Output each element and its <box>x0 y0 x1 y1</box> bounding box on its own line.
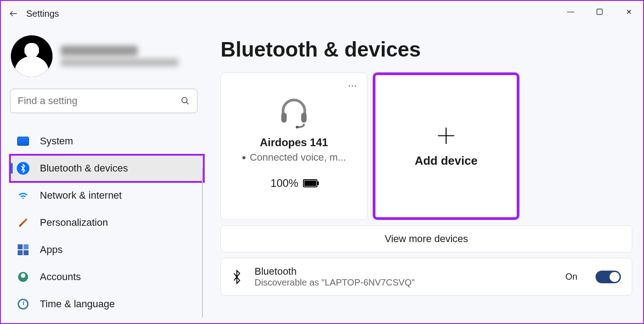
avatar-icon <box>11 35 53 77</box>
apps-icon <box>16 243 30 257</box>
app-title: Settings <box>26 9 59 19</box>
back-button[interactable] <box>1 1 26 26</box>
plus-icon <box>435 125 457 147</box>
bluetooth-symbol-icon <box>232 269 242 285</box>
bluetooth-row-title: Bluetooth <box>255 266 553 277</box>
toggle-state-label: On <box>565 272 577 282</box>
nav-label: Apps <box>40 244 62 256</box>
nav-label: Accounts <box>40 271 81 283</box>
add-device-label: Add device <box>415 154 478 168</box>
minimize-button[interactable]: — <box>556 1 585 23</box>
nav-item-timelang[interactable]: Time & language <box>10 291 204 318</box>
svg-point-1 <box>182 98 187 103</box>
nav-label: Time & language <box>40 298 115 310</box>
page-title: Bluetooth & devices <box>221 37 632 62</box>
view-more-devices-button[interactable]: View more devices <box>221 225 632 253</box>
sidebar: System Bluetooth & devices Network & int… <box>1 33 203 318</box>
nav-scrollbar[interactable] <box>202 168 203 318</box>
headset-icon <box>276 93 312 129</box>
device-cards-row: ⋯ Airdopes 141 Connected voice, m... 100… <box>221 72 632 220</box>
window-controls: — ✕ <box>556 1 643 23</box>
device-status: Connected voice, m... <box>242 152 346 163</box>
nav-item-system[interactable]: System <box>10 128 204 155</box>
titlebar: Settings — ✕ <box>1 1 643 26</box>
svg-point-4 <box>296 126 298 129</box>
device-more-button[interactable]: ⋯ <box>348 80 358 91</box>
nav-label: Bluetooth & devices <box>40 162 128 174</box>
brush-icon <box>16 216 30 229</box>
main-content: Bluetooth & devices ⋯ Airdopes 141 Conne… <box>221 37 632 301</box>
nav-item-apps[interactable]: Apps <box>10 236 204 263</box>
svg-rect-2 <box>281 113 287 123</box>
bluetooth-toggle[interactable] <box>596 271 621 283</box>
battery-value: 100% <box>270 177 298 190</box>
battery-icon <box>303 179 317 187</box>
device-name: Airdopes 141 <box>260 136 328 149</box>
search-field[interactable] <box>10 89 197 113</box>
svg-rect-0 <box>597 9 602 14</box>
search-input[interactable] <box>18 95 181 107</box>
device-card[interactable]: ⋯ Airdopes 141 Connected voice, m... 100… <box>221 72 367 220</box>
bluetooth-row-text: Bluetooth Discoverable as "LAPTOP-6NV7CS… <box>255 266 553 288</box>
device-battery: 100% <box>270 177 317 190</box>
close-button[interactable]: ✕ <box>614 1 643 23</box>
bluetooth-icon <box>16 162 30 175</box>
search-icon <box>181 96 190 105</box>
bluetooth-row-subtitle: Discoverable as "LAPTOP-6NV7CSVQ" <box>255 277 553 288</box>
svg-rect-3 <box>301 113 307 123</box>
nav-item-bluetooth[interactable]: Bluetooth & devices <box>10 155 204 182</box>
clock-icon <box>16 297 30 311</box>
accounts-icon <box>16 270 30 284</box>
nav-label: Network & internet <box>40 190 122 201</box>
bluetooth-toggle-row[interactable]: Bluetooth Discoverable as "LAPTOP-6NV7CS… <box>221 258 632 295</box>
maximize-button[interactable] <box>585 1 614 23</box>
nav-item-accounts[interactable]: Accounts <box>10 263 204 291</box>
nav-item-network[interactable]: Network & internet <box>10 182 204 209</box>
view-more-label: View more devices <box>384 233 468 245</box>
system-icon <box>16 134 30 148</box>
wifi-icon <box>16 189 30 202</box>
profile-block[interactable] <box>11 35 203 77</box>
profile-text <box>61 46 178 67</box>
nav-item-personalization[interactable]: Personalization <box>10 209 204 236</box>
nav-label: System <box>40 135 73 147</box>
nav-list: System Bluetooth & devices Network & int… <box>10 128 204 318</box>
nav-label: Personalization <box>40 217 108 229</box>
add-device-card[interactable]: Add device <box>373 72 519 220</box>
